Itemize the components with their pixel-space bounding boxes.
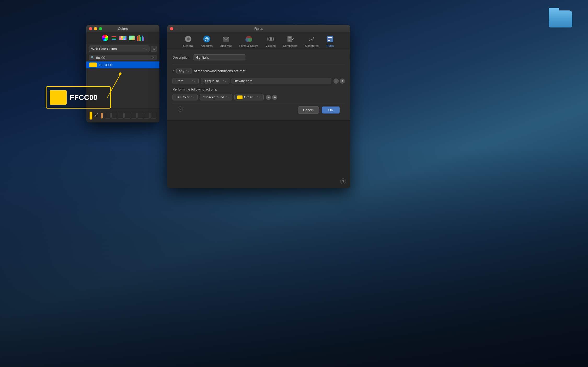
help-button-left[interactable]: ? [178, 106, 183, 112]
toolbar-junk-mail-label: Junk Mail [220, 44, 232, 47]
toolbar-accounts[interactable]: @ Accounts [201, 35, 212, 47]
conditions-row: If any ⌃⌄ of the following conditions ar… [172, 68, 345, 74]
clear-search-button[interactable]: ✕ [152, 55, 155, 60]
minimize-button[interactable] [94, 27, 97, 30]
toolbar-signatures[interactable]: Signatures [305, 35, 319, 47]
set-color-arrow: ⌃⌄ [191, 96, 195, 99]
any-label: any [179, 69, 184, 73]
pencils-tool[interactable] [137, 34, 144, 42]
toolbar-junk-mail[interactable]: Junk Mail [220, 35, 232, 47]
actions-label: Perform the following actions: [172, 87, 345, 91]
toolbar-fonts-colors[interactable]: Fonts & Colors [239, 35, 258, 47]
rules-content: Description: If any ⌃⌄ of the following … [167, 50, 350, 120]
action-row-1: Set Color ⌃⌄ of background ⌃⌄ Other... ⌃… [172, 94, 345, 100]
search-input[interactable] [96, 56, 150, 60]
folder-icon[interactable] [549, 8, 572, 27]
empty-swatch-5[interactable] [131, 113, 137, 118]
help-button-bottom-right[interactable]: ? [340, 178, 346, 184]
rules-minimize-button[interactable] [175, 27, 178, 30]
any-select-arrow: ⌃⌄ [185, 70, 189, 72]
current-color-swatch[interactable] [89, 111, 93, 120]
toolbar-rules-label: Rules [326, 44, 334, 47]
rules-buttons-row: ? Cancel OK [172, 104, 345, 116]
other-color-select[interactable]: Other... ⌃⌄ [234, 94, 264, 100]
image-tool[interactable] [128, 34, 135, 42]
sliders-tool[interactable] [110, 34, 118, 42]
color-wheel-icon [102, 35, 108, 41]
rules-toolbar: General @ Accounts Junk Mail Fonts & Col… [167, 32, 350, 50]
window-buttons [89, 27, 102, 30]
description-label: Description: [172, 55, 191, 59]
annotation-color-swatch [50, 90, 67, 105]
remove-action-button[interactable]: − [266, 95, 271, 100]
svg-text:@: @ [205, 37, 209, 41]
empty-swatch-3[interactable] [118, 113, 124, 118]
palette-recent-swatch[interactable] [101, 113, 103, 118]
rules-titlebar: Rules [167, 25, 350, 32]
color-mode-label: Web Safe Colors [91, 47, 117, 51]
cancel-button[interactable]: Cancel [298, 106, 319, 114]
toolbar-composing-label: Composing [283, 44, 298, 47]
empty-swatch-4[interactable] [124, 113, 130, 118]
empty-swatch-2[interactable] [111, 113, 117, 118]
color-wheel-tool[interactable] [101, 34, 109, 42]
svg-point-9 [248, 38, 252, 42]
maximize-button[interactable] [99, 27, 102, 30]
equals-label: is equal to [204, 79, 219, 83]
from-select[interactable]: From ⌃⌄ [172, 78, 199, 84]
toolbar-viewing[interactable]: Viewing [266, 35, 276, 47]
condition-value-input[interactable] [232, 78, 331, 84]
rules-panel: Rules General @ Accounts Junk Mail [167, 25, 350, 188]
ok-button[interactable]: OK [322, 106, 340, 114]
grid-icon [119, 36, 126, 40]
rules-maximize-button[interactable] [180, 27, 183, 30]
add-condition-button[interactable]: + [340, 78, 345, 84]
toolbar-composing[interactable]: Composing [283, 35, 298, 47]
from-select-arrow: ⌃⌄ [192, 80, 196, 82]
of-background-select[interactable]: of background ⌃⌄ [200, 94, 232, 100]
rules-icon [326, 35, 334, 43]
accounts-icon: @ [203, 35, 211, 43]
condition-item-1: From ⌃⌄ is equal to ⌃⌄ − + [172, 78, 345, 84]
toolbar-rules[interactable]: Rules [326, 35, 334, 47]
from-label: From [175, 79, 183, 83]
annotation-text: FFCC00 [70, 93, 97, 102]
general-icon [184, 35, 192, 43]
add-action-button[interactable]: + [272, 95, 277, 100]
equals-select[interactable]: is equal to ⌃⌄ [201, 78, 229, 84]
colors-titlebar: Colors [86, 25, 159, 32]
signatures-icon [308, 35, 316, 43]
empty-swatch-7[interactable] [144, 113, 150, 118]
toolbar-fonts-colors-label: Fonts & Colors [239, 44, 258, 47]
description-row: Description: [172, 54, 345, 64]
other-arrow: ⌃⌄ [257, 96, 261, 99]
rules-window-buttons [170, 27, 183, 30]
color-swatch-ffcc00 [89, 63, 97, 67]
close-button[interactable] [89, 27, 92, 30]
of-background-label: of background [203, 95, 224, 99]
gear-button[interactable]: ⚙ [151, 46, 157, 52]
empty-swatch-8[interactable] [151, 113, 156, 118]
equals-select-arrow: ⌃⌄ [222, 80, 227, 82]
color-list-item[interactable]: FFCC00 [86, 61, 159, 68]
empty-swatches [105, 113, 156, 118]
toolbar-general[interactable]: General [183, 35, 193, 47]
search-icon: 🔍 [91, 56, 95, 59]
colors-toolbar [86, 32, 159, 44]
eyedropper-icon[interactable]: 🖊 [95, 113, 99, 118]
grid-tool[interactable] [119, 34, 126, 42]
empty-swatch-6[interactable] [137, 113, 143, 118]
any-select[interactable]: any ⌃⌄ [176, 68, 192, 74]
composing-icon [286, 35, 295, 43]
remove-condition-button[interactable]: − [333, 78, 339, 84]
rules-close-button[interactable] [170, 27, 173, 30]
toolbar-accounts-label: Accounts [201, 44, 212, 47]
description-input[interactable] [193, 54, 245, 60]
condition-add-remove: − + [333, 78, 345, 84]
other-color-swatch [237, 95, 243, 99]
fonts-colors-icon [245, 35, 253, 43]
empty-swatch-1[interactable] [105, 113, 111, 118]
colors-panel-title: Colors [118, 27, 128, 31]
set-color-select[interactable]: Set Color ⌃⌄ [172, 94, 198, 100]
color-mode-dropdown[interactable]: Web Safe Colors ⌃⌄ [89, 46, 149, 52]
